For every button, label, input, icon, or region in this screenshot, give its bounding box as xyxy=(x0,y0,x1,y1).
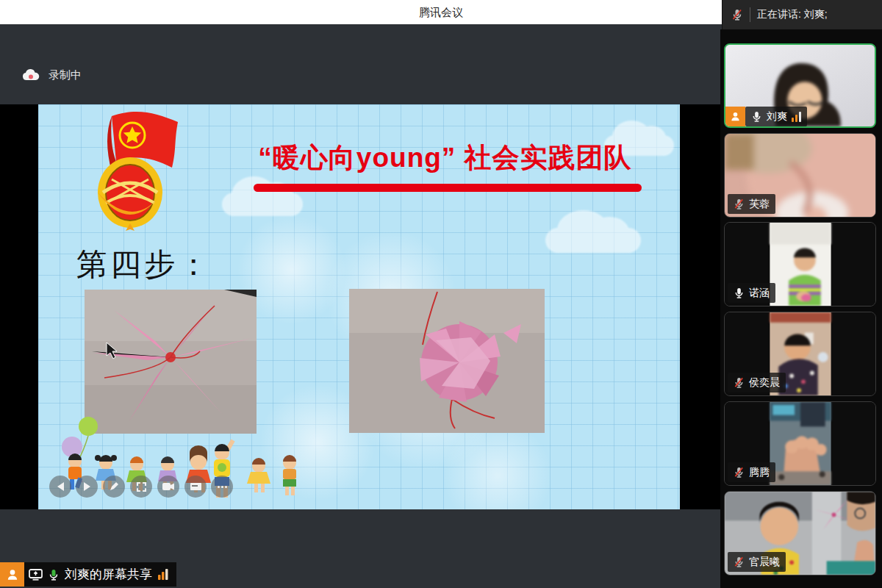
speaking-now-label: 正在讲话: 刘爽; xyxy=(757,8,828,21)
speaking-indicator-panel: 正在讲话: 刘爽; xyxy=(722,0,882,29)
mic-muted-icon xyxy=(734,467,745,478)
pen-annotate-button[interactable] xyxy=(103,476,125,498)
select-region-button[interactable] xyxy=(130,476,152,498)
recording-label: 录制中 xyxy=(49,68,82,82)
mic-on-icon xyxy=(751,111,762,122)
slide-cards-button[interactable] xyxy=(184,476,207,498)
participant-name: 刘爽 xyxy=(767,110,787,123)
participant-tile-guanchenxi[interactable]: 官晨曦 xyxy=(724,491,876,576)
participants-sidebar: 刘爽 xyxy=(720,29,882,588)
person-icon xyxy=(6,568,19,581)
title-underline xyxy=(254,184,642,192)
next-icon xyxy=(84,482,90,491)
participant-name: 芙蓉 xyxy=(749,198,770,211)
cloud-recording-icon xyxy=(22,69,40,82)
screen-share-icon xyxy=(29,569,43,581)
signal-strength-icon xyxy=(157,569,169,580)
participant-tile-nuohan[interactable]: 诺涵 xyxy=(724,222,876,306)
marquee-icon xyxy=(137,482,146,492)
more-options-button[interactable] xyxy=(211,476,233,498)
next-slide-button[interactable] xyxy=(76,476,98,498)
origami-lotus-photo xyxy=(349,289,545,433)
origami-star-photo xyxy=(85,290,257,434)
divider xyxy=(750,7,750,22)
slide-card-icon xyxy=(190,483,201,490)
cloud-decoration xyxy=(222,193,303,216)
share-label: 刘爽的屏幕共享 xyxy=(65,566,152,583)
mic-on-icon xyxy=(734,287,745,298)
meeting-window: 腾讯会议 正在讲话: 刘爽; 录制中 xyxy=(0,0,882,588)
presentation-slide: “暖心向young” 社会实践团队 第四步： xyxy=(38,104,680,509)
participant-tile-tengteng[interactable]: 腾腾 xyxy=(724,401,876,486)
host-badge xyxy=(725,107,745,126)
recording-indicator: 录制中 xyxy=(22,68,82,82)
person-icon xyxy=(730,111,741,122)
screen-share-view: 录制中 xyxy=(0,24,722,588)
participant-name: 侯奕晨 xyxy=(749,376,780,390)
window-titlebar: 腾讯会议 xyxy=(0,0,722,24)
participant-name: 腾腾 xyxy=(749,466,770,479)
slide-title: “暖心向young” 社会实践团队 xyxy=(234,140,656,176)
app-title: 腾讯会议 xyxy=(419,5,463,19)
step-label: 第四步： xyxy=(76,244,212,285)
participant-badge xyxy=(0,562,24,587)
participant-name: 诺涵 xyxy=(749,287,770,300)
cloud-decoration xyxy=(545,228,641,253)
participant-tile-furong[interactable]: 芙蓉 xyxy=(724,133,876,218)
signal-strength-icon xyxy=(792,112,801,122)
pen-icon xyxy=(109,481,119,492)
participant-tile-liushuang[interactable]: 刘爽 xyxy=(724,43,876,128)
record-video-button[interactable] xyxy=(157,476,179,498)
mic-muted-icon xyxy=(734,198,745,209)
previous-slide-button[interactable] xyxy=(49,476,71,498)
previous-icon xyxy=(57,482,64,491)
mic-muted-icon xyxy=(731,9,743,21)
mic-muted-icon xyxy=(734,377,745,388)
communist-youth-league-emblem-icon xyxy=(68,106,193,231)
camera-icon xyxy=(162,482,174,491)
participant-name: 官晨曦 xyxy=(749,556,780,569)
mic-muted-icon xyxy=(734,556,745,567)
presentation-stage: “暖心向young” 社会实践团队 第四步： xyxy=(0,104,722,509)
participant-tile-houyichen[interactable]: 侯奕晨 xyxy=(724,312,876,396)
share-status-bar: 刘爽的屏幕共享 xyxy=(0,562,176,587)
mic-on-icon xyxy=(48,569,60,581)
more-dots-icon xyxy=(218,486,227,488)
